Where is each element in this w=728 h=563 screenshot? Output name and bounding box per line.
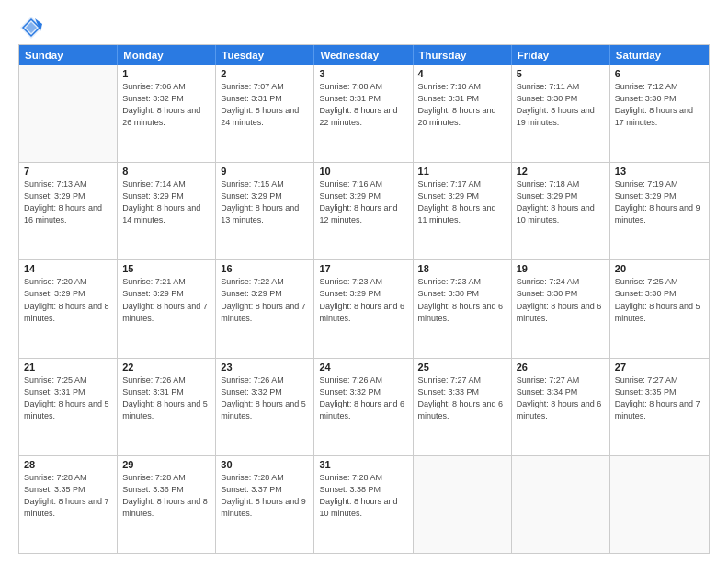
day-number: 30	[221, 459, 309, 470]
logo-icon	[18, 15, 44, 40]
calendar-row: 21Sunrise: 7:25 AMSunset: 3:31 PMDayligh…	[19, 359, 709, 456]
calendar-cell: 27Sunrise: 7:27 AMSunset: 3:35 PMDayligh…	[610, 359, 709, 455]
calendar-cell: 25Sunrise: 7:27 AMSunset: 3:33 PMDayligh…	[414, 359, 512, 455]
day-number: 26	[517, 362, 605, 373]
page: SundayMondayTuesdayWednesdayThursdayFrid…	[0, 0, 728, 563]
sun-info: Sunrise: 7:26 AMSunset: 3:32 PMDaylight:…	[319, 374, 407, 422]
sun-info: Sunrise: 7:27 AMSunset: 3:34 PMDaylight:…	[517, 374, 605, 422]
day-number: 25	[418, 362, 506, 373]
calendar-cell: 3Sunrise: 7:08 AMSunset: 3:31 PMDaylight…	[314, 65, 413, 162]
day-number: 15	[122, 263, 210, 274]
calendar-cell: 10Sunrise: 7:16 AMSunset: 3:29 PMDayligh…	[314, 163, 413, 259]
sun-info: Sunrise: 7:08 AMSunset: 3:31 PMDaylight:…	[319, 81, 407, 129]
day-number: 7	[24, 166, 112, 177]
calendar-header-cell: Friday	[512, 45, 610, 65]
calendar-row: 7Sunrise: 7:13 AMSunset: 3:29 PMDaylight…	[19, 163, 709, 260]
calendar-cell: 17Sunrise: 7:23 AMSunset: 3:29 PMDayligh…	[314, 260, 413, 357]
sun-info: Sunrise: 7:10 AMSunset: 3:31 PMDaylight:…	[418, 81, 506, 129]
logo	[18, 15, 48, 40]
calendar-header-cell: Sunday	[19, 45, 118, 65]
sun-info: Sunrise: 7:27 AMSunset: 3:35 PMDaylight:…	[615, 374, 704, 422]
sun-info: Sunrise: 7:28 AMSunset: 3:35 PMDaylight:…	[24, 472, 112, 520]
calendar-header-cell: Tuesday	[216, 45, 314, 65]
sun-info: Sunrise: 7:15 AMSunset: 3:29 PMDaylight:…	[221, 178, 309, 226]
day-number: 1	[122, 68, 210, 79]
sun-info: Sunrise: 7:13 AMSunset: 3:29 PMDaylight:…	[24, 178, 112, 226]
day-number: 5	[517, 68, 605, 79]
sun-info: Sunrise: 7:17 AMSunset: 3:29 PMDaylight:…	[418, 178, 506, 226]
calendar-cell: 28Sunrise: 7:28 AMSunset: 3:35 PMDayligh…	[19, 456, 118, 553]
sun-info: Sunrise: 7:06 AMSunset: 3:32 PMDaylight:…	[122, 81, 210, 129]
calendar-cell: 21Sunrise: 7:25 AMSunset: 3:31 PMDayligh…	[19, 359, 118, 455]
sun-info: Sunrise: 7:07 AMSunset: 3:31 PMDaylight:…	[221, 81, 309, 129]
day-number: 13	[615, 166, 704, 177]
day-number: 21	[24, 362, 112, 373]
sun-info: Sunrise: 7:16 AMSunset: 3:29 PMDaylight:…	[319, 178, 407, 226]
calendar-cell	[19, 65, 118, 162]
sun-info: Sunrise: 7:11 AMSunset: 3:30 PMDaylight:…	[517, 81, 605, 129]
day-number: 9	[221, 166, 309, 177]
calendar-cell: 19Sunrise: 7:24 AMSunset: 3:30 PMDayligh…	[512, 260, 610, 357]
sun-info: Sunrise: 7:26 AMSunset: 3:31 PMDaylight:…	[122, 374, 210, 422]
calendar-cell: 6Sunrise: 7:12 AMSunset: 3:30 PMDaylight…	[610, 65, 709, 162]
calendar-body: 1Sunrise: 7:06 AMSunset: 3:32 PMDaylight…	[19, 65, 709, 553]
day-number: 28	[24, 459, 112, 470]
sun-info: Sunrise: 7:25 AMSunset: 3:31 PMDaylight:…	[24, 374, 112, 422]
day-number: 18	[418, 263, 506, 274]
calendar-cell: 16Sunrise: 7:22 AMSunset: 3:29 PMDayligh…	[216, 260, 314, 357]
sun-info: Sunrise: 7:21 AMSunset: 3:29 PMDaylight:…	[122, 276, 210, 324]
calendar-cell: 2Sunrise: 7:07 AMSunset: 3:31 PMDaylight…	[216, 65, 314, 162]
sun-info: Sunrise: 7:24 AMSunset: 3:30 PMDaylight:…	[517, 276, 605, 324]
day-number: 3	[319, 68, 407, 79]
sun-info: Sunrise: 7:19 AMSunset: 3:29 PMDaylight:…	[615, 178, 704, 226]
calendar-header-cell: Thursday	[414, 45, 512, 65]
calendar-cell: 31Sunrise: 7:28 AMSunset: 3:38 PMDayligh…	[314, 456, 413, 553]
sun-info: Sunrise: 7:28 AMSunset: 3:37 PMDaylight:…	[221, 472, 309, 520]
calendar-header-cell: Monday	[118, 45, 216, 65]
sun-info: Sunrise: 7:28 AMSunset: 3:36 PMDaylight:…	[122, 472, 210, 520]
calendar: SundayMondayTuesdayWednesdayThursdayFrid…	[18, 44, 710, 554]
day-number: 2	[221, 68, 309, 79]
sun-info: Sunrise: 7:26 AMSunset: 3:32 PMDaylight:…	[221, 374, 309, 422]
day-number: 8	[122, 166, 210, 177]
calendar-cell: 15Sunrise: 7:21 AMSunset: 3:29 PMDayligh…	[118, 260, 216, 357]
day-number: 4	[418, 68, 506, 79]
header	[18, 15, 710, 40]
day-number: 27	[615, 362, 704, 373]
calendar-cell: 23Sunrise: 7:26 AMSunset: 3:32 PMDayligh…	[216, 359, 314, 455]
calendar-cell: 8Sunrise: 7:14 AMSunset: 3:29 PMDaylight…	[118, 163, 216, 259]
sun-info: Sunrise: 7:25 AMSunset: 3:30 PMDaylight:…	[615, 276, 704, 324]
sun-info: Sunrise: 7:22 AMSunset: 3:29 PMDaylight:…	[221, 276, 309, 324]
calendar-cell: 1Sunrise: 7:06 AMSunset: 3:32 PMDaylight…	[118, 65, 216, 162]
calendar-row: 1Sunrise: 7:06 AMSunset: 3:32 PMDaylight…	[19, 65, 709, 163]
calendar-header-cell: Saturday	[610, 45, 709, 65]
calendar-cell: 5Sunrise: 7:11 AMSunset: 3:30 PMDaylight…	[512, 65, 610, 162]
day-number: 19	[517, 263, 605, 274]
day-number: 24	[319, 362, 407, 373]
day-number: 23	[221, 362, 309, 373]
calendar-cell: 4Sunrise: 7:10 AMSunset: 3:31 PMDaylight…	[414, 65, 512, 162]
day-number: 22	[122, 362, 210, 373]
calendar-cell: 30Sunrise: 7:28 AMSunset: 3:37 PMDayligh…	[216, 456, 314, 553]
sun-info: Sunrise: 7:12 AMSunset: 3:30 PMDaylight:…	[615, 81, 704, 129]
calendar-cell: 18Sunrise: 7:23 AMSunset: 3:30 PMDayligh…	[414, 260, 512, 357]
calendar-header-cell: Wednesday	[314, 45, 413, 65]
calendar-cell: 26Sunrise: 7:27 AMSunset: 3:34 PMDayligh…	[512, 359, 610, 455]
calendar-cell: 20Sunrise: 7:25 AMSunset: 3:30 PMDayligh…	[610, 260, 709, 357]
calendar-cell: 14Sunrise: 7:20 AMSunset: 3:29 PMDayligh…	[19, 260, 118, 357]
calendar-cell: 22Sunrise: 7:26 AMSunset: 3:31 PMDayligh…	[118, 359, 216, 455]
day-number: 6	[615, 68, 704, 79]
calendar-header: SundayMondayTuesdayWednesdayThursdayFrid…	[19, 45, 709, 65]
calendar-cell: 9Sunrise: 7:15 AMSunset: 3:29 PMDaylight…	[216, 163, 314, 259]
sun-info: Sunrise: 7:20 AMSunset: 3:29 PMDaylight:…	[24, 276, 112, 324]
calendar-cell: 29Sunrise: 7:28 AMSunset: 3:36 PMDayligh…	[118, 456, 216, 553]
calendar-cell	[610, 456, 709, 553]
calendar-row: 14Sunrise: 7:20 AMSunset: 3:29 PMDayligh…	[19, 260, 709, 358]
calendar-row: 28Sunrise: 7:28 AMSunset: 3:35 PMDayligh…	[19, 456, 709, 553]
day-number: 11	[418, 166, 506, 177]
calendar-cell	[414, 456, 512, 553]
calendar-cell: 11Sunrise: 7:17 AMSunset: 3:29 PMDayligh…	[414, 163, 512, 259]
sun-info: Sunrise: 7:14 AMSunset: 3:29 PMDaylight:…	[122, 178, 210, 226]
calendar-cell	[512, 456, 610, 553]
day-number: 10	[319, 166, 407, 177]
